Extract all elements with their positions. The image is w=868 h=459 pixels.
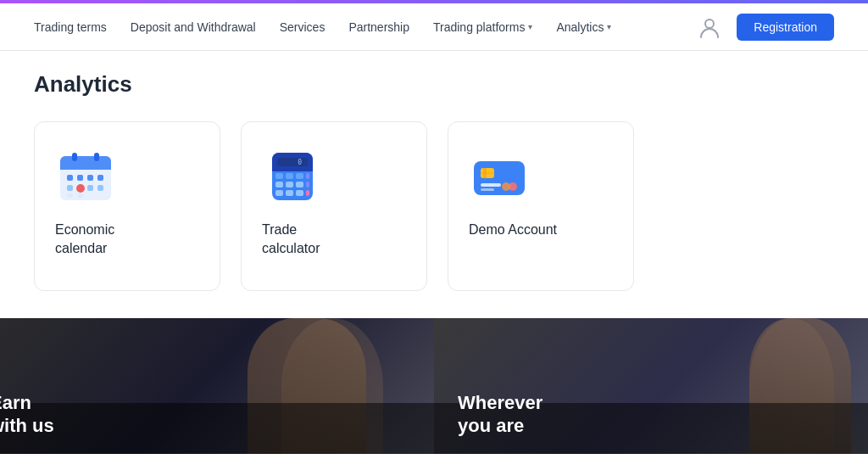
- earn-panel-text: Earnwith us: [0, 392, 54, 437]
- svg-rect-27: [296, 182, 303, 188]
- cards-grid: Economiccalendar 0: [34, 121, 834, 291]
- nav-partnership[interactable]: Partnership: [348, 20, 409, 34]
- earn-panel[interactable]: Earnwith us: [0, 318, 434, 454]
- svg-rect-9: [97, 175, 103, 181]
- svg-rect-26: [286, 182, 293, 188]
- svg-rect-24: [306, 173, 309, 179]
- svg-rect-4: [72, 153, 77, 161]
- trade-calculator-icon: 0: [262, 146, 323, 207]
- economic-calendar-label: Economiccalendar: [55, 221, 199, 259]
- svg-rect-25: [275, 182, 283, 188]
- svg-rect-22: [286, 173, 293, 179]
- trading-platforms-chevron-icon: ▾: [528, 22, 532, 31]
- svg-text:0: 0: [298, 159, 302, 166]
- svg-rect-31: [296, 190, 303, 196]
- svg-rect-13: [97, 185, 103, 191]
- demo-account-icon: [469, 146, 530, 207]
- svg-rect-14: [67, 193, 73, 198]
- svg-rect-38: [481, 188, 494, 191]
- wherever-panel-text: Whereveryou are: [458, 392, 542, 437]
- trade-calculator-card[interactable]: 0: [241, 121, 427, 291]
- earn-panel-overlay: [0, 403, 434, 454]
- registration-button[interactable]: Registration: [737, 14, 834, 41]
- image-panels: Earnwith us Whereveryou are: [0, 318, 868, 454]
- svg-rect-23: [296, 173, 303, 179]
- user-account-icon[interactable]: [696, 14, 723, 41]
- svg-rect-32: [306, 190, 309, 196]
- svg-rect-10: [67, 185, 73, 191]
- nav-deposit-withdrawal[interactable]: Deposit and Withdrawal: [131, 20, 256, 34]
- economic-calendar-icon: [55, 146, 116, 207]
- svg-rect-28: [306, 182, 309, 188]
- svg-rect-3: [60, 165, 111, 170]
- svg-rect-21: [275, 173, 283, 179]
- svg-rect-7: [77, 175, 83, 181]
- nav-services[interactable]: Services: [280, 20, 326, 34]
- svg-point-0: [705, 20, 714, 28]
- svg-rect-15: [77, 193, 83, 198]
- svg-rect-29: [275, 190, 283, 196]
- nav-trading-terms[interactable]: Trading terms: [34, 20, 107, 34]
- nav-trading-platforms[interactable]: Trading platforms ▾: [433, 20, 532, 34]
- nav-actions: Registration: [696, 14, 834, 41]
- svg-rect-30: [286, 190, 293, 196]
- svg-point-40: [502, 182, 510, 191]
- svg-rect-6: [67, 175, 73, 181]
- navbar: Trading terms Deposit and Withdrawal Ser…: [0, 3, 868, 51]
- analytics-chevron-icon: ▾: [607, 22, 611, 31]
- svg-rect-8: [87, 175, 93, 181]
- demo-account-label: Demo Account: [469, 221, 613, 239]
- svg-rect-19: [277, 158, 308, 166]
- trade-calculator-label: Tradecalculator: [262, 221, 406, 259]
- nav-links: Trading terms Deposit and Withdrawal Ser…: [34, 20, 611, 34]
- svg-point-11: [76, 184, 85, 193]
- page-title: Analytics: [34, 71, 834, 98]
- svg-rect-5: [94, 153, 99, 161]
- nav-analytics[interactable]: Analytics ▾: [556, 20, 611, 34]
- svg-rect-37: [481, 183, 501, 187]
- demo-account-card[interactable]: Demo Account: [448, 121, 634, 291]
- economic-calendar-card[interactable]: Economiccalendar: [34, 121, 220, 291]
- wherever-panel[interactable]: Whereveryou are: [434, 318, 868, 454]
- main-content: Analytics: [0, 51, 868, 291]
- svg-rect-12: [87, 185, 93, 191]
